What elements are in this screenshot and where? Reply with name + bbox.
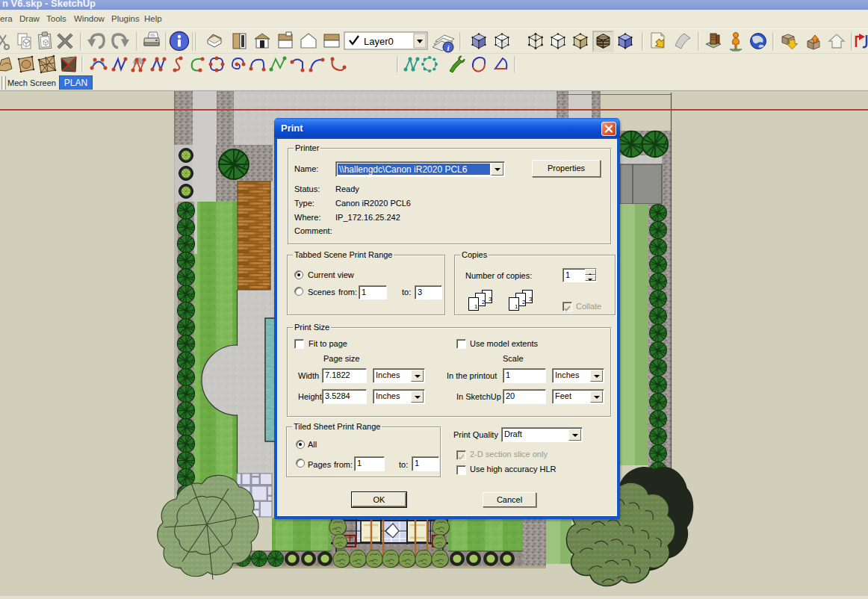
svg-text:3: 3 xyxy=(489,296,492,302)
svg-text:3: 3 xyxy=(529,296,533,302)
svg-text:1: 1 xyxy=(515,303,518,310)
svg-text:2: 2 xyxy=(482,299,486,305)
svg-text:1: 1 xyxy=(474,303,478,310)
svg-text:2: 2 xyxy=(522,299,526,305)
svg-text:Layer0: Layer0 xyxy=(364,36,394,47)
